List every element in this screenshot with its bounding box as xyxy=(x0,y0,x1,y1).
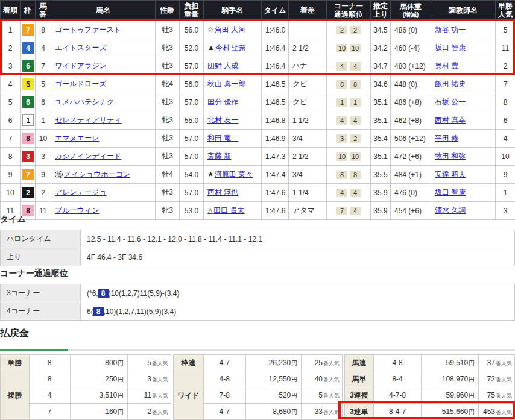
trainer-link[interactable]: 西村 真幸 xyxy=(435,116,466,124)
corner-order-badge: 1 xyxy=(336,98,347,107)
jockey-cell: 秋山 真一郎 xyxy=(204,75,262,93)
trainer-link[interactable]: 坂口 智康 xyxy=(435,188,466,196)
carried-weight: 55.0 xyxy=(180,111,204,130)
trainer-link[interactable]: 平田 修 xyxy=(435,134,458,142)
trainer-link[interactable]: 坂口 智康 xyxy=(435,43,466,52)
frame-cell: 3 xyxy=(21,148,36,166)
payout-tables: 単勝8800円5番人気複勝8250円3番人気43,510円11番人気7160円2… xyxy=(0,354,515,420)
payout-popularity: 33番人気 xyxy=(302,404,343,420)
jockey-link[interactable]: 秋山 真一郎 xyxy=(207,80,245,88)
corner-order-badge: 3 xyxy=(336,134,347,143)
horse-link[interactable]: ワイドアラジン xyxy=(55,61,107,70)
jockey-link[interactable]: 北村 友一 xyxy=(207,116,238,124)
corner-row: 3コーナー(*6,8)10(1,2,7)11(5,9)-(3,4) xyxy=(1,284,515,302)
payout-popularity: 5番人気 xyxy=(128,355,171,371)
horse-link[interactable]: カシノインディード xyxy=(55,152,121,160)
win-popularity: 8 xyxy=(496,93,515,111)
win-popularity: 10 xyxy=(496,148,515,166)
last-3f: 35.1 xyxy=(371,111,391,130)
payout-row: 馬連4-859,510円37番人気 xyxy=(344,355,514,371)
horse-link[interactable]: エマヌエーレ xyxy=(55,134,99,142)
corner-order-text: (*6, xyxy=(87,289,98,298)
jockey-link[interactable]: 田口 貫太 xyxy=(213,206,244,215)
payout-popularity: 25番人気 xyxy=(302,355,343,371)
corner-order-badge: 4 xyxy=(350,62,361,71)
trainer-link[interactable]: 清水 久詞 xyxy=(435,206,466,215)
time-row-label: ハロンタイム xyxy=(1,230,81,248)
margin: 2 1/2 xyxy=(289,148,327,166)
payout-table-1: 単勝8800円5番人気複勝8250円3番人気43,510円11番人気7160円2… xyxy=(0,354,171,420)
margin: 2 1/2 xyxy=(289,39,327,57)
last-3f: 35.5 xyxy=(371,166,391,184)
trainer-link[interactable]: 奥村 豊 xyxy=(435,61,458,70)
win-popularity: 7 xyxy=(496,75,515,93)
payout-row: 複勝8250円3番人気 xyxy=(1,371,171,387)
body-weight: 484 (+1) xyxy=(391,166,431,184)
finish-position: 6 xyxy=(1,111,21,130)
corner-row: 4コーナー6(8,10)(1,2,7,11)(5,9)(3,4) xyxy=(1,302,515,321)
horse-link[interactable]: ゴートゥファースト xyxy=(55,25,121,34)
payout-amount: 250円 xyxy=(70,371,128,387)
payout-amount: 108,970円 xyxy=(422,371,479,387)
body-weight: 486 (0) xyxy=(391,21,431,39)
jockey-cell: 斎藤 新 xyxy=(204,148,262,166)
corner-order-cell: 11 xyxy=(327,93,371,111)
horse-link[interactable]: セレスティアリティ xyxy=(55,116,122,124)
column-header-line: 着順 xyxy=(1,7,19,15)
frame-badge: 7 xyxy=(22,169,34,180)
payout-bet-type-label: ワイド xyxy=(173,371,203,420)
frame-badge: 6 xyxy=(22,96,34,108)
payout-amount: 59,960円 xyxy=(422,387,479,404)
corner-order-text: )10(1,2,7)11(5,9)-(3,4) xyxy=(109,289,180,298)
jockey-link[interactable]: 団野 大成 xyxy=(207,61,238,70)
payout-popularity-value: 2 xyxy=(147,407,151,416)
payout-amount-value: 3,510 xyxy=(99,391,117,400)
jockey-link[interactable]: 角田 大河 xyxy=(215,25,245,34)
horse-number: 9 xyxy=(36,166,51,184)
frame-cell: 7 xyxy=(21,21,36,39)
horse-link[interactable]: ユメハハテシナク xyxy=(55,98,114,106)
carried-weight: 57.0 xyxy=(180,93,204,111)
jockey-link[interactable]: 斎藤 新 xyxy=(207,152,231,160)
jockey-link[interactable]: 河原田 菜々 xyxy=(215,170,253,178)
trainer-link[interactable]: 安達 昭夫 xyxy=(435,170,466,178)
body-weight: 486 (+8) xyxy=(391,93,431,111)
payout-bet-type-label: 3連複 xyxy=(344,387,373,404)
horse-link[interactable]: ゴールドローズ xyxy=(55,80,106,88)
trainer-link[interactable]: 石坂 公一 xyxy=(435,98,466,106)
column-header: 馬番 xyxy=(36,1,51,21)
payout-combination: 8 xyxy=(29,371,70,387)
trainer-link[interactable]: 飯田 祐史 xyxy=(435,80,466,88)
result-row: 979地メイショウホーコン牡454.0★河原田 菜々1:47.43/48835.… xyxy=(1,166,515,184)
horse-link[interactable]: メイショウホーコン xyxy=(64,170,130,178)
jockey-link[interactable]: 西村 淳也 xyxy=(207,188,238,196)
horse-number: 3 xyxy=(36,148,51,166)
race-result-page: 着順枠馬番馬名性齢負担重量騎手名タイム着差コーナー通過順位推定上り馬体重(増減)… xyxy=(0,0,515,420)
last-3f: 34.6 xyxy=(371,75,391,93)
finish-position: 5 xyxy=(1,93,21,111)
trainer-link[interactable]: 新谷 功一 xyxy=(435,25,466,34)
horse-link[interactable]: アレンテージョ xyxy=(55,188,107,196)
horse-link[interactable]: ブルーウィン xyxy=(55,206,99,215)
jockey-link[interactable]: 今村 聖奈 xyxy=(215,43,246,52)
body-weight: 480 (+12) xyxy=(391,57,431,75)
body-weight: 476 (0) xyxy=(391,184,431,202)
column-header: 枠 xyxy=(21,1,36,21)
jockey-link[interactable]: 和田 竜二 xyxy=(207,134,238,142)
sex-age: 牝4 xyxy=(156,75,180,93)
horse-link[interactable]: エイトスターズ xyxy=(55,43,107,52)
column-header-line: 通過順位 xyxy=(327,11,370,19)
payout-amount: 8,680円 xyxy=(245,404,302,420)
time-row-label: 上り xyxy=(1,248,81,266)
yen-suffix: 円 xyxy=(291,376,297,383)
yen-suffix: 円 xyxy=(118,360,124,366)
column-header: 騎手名 xyxy=(204,1,262,21)
jockey-link[interactable]: 国分 優作 xyxy=(207,98,238,106)
payout-popularity-value: 25 xyxy=(315,359,323,367)
trainer-link[interactable]: 牧田 和弥 xyxy=(435,152,466,160)
payout-amount-value: 515,660 xyxy=(442,407,468,416)
payout-row: 3連複4-7-859,960円75番人気 xyxy=(344,387,514,404)
payout-section-title: 払戻金 xyxy=(0,327,515,340)
frame-cell: 5 xyxy=(21,75,36,93)
payout-bet-type-label: 複勝 xyxy=(1,371,30,420)
